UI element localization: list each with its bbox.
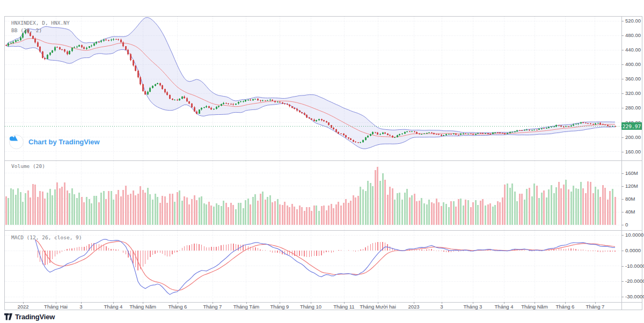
macd-axis-label: 0.0000 bbox=[625, 248, 641, 253]
price-axis-label: 480.00 bbox=[625, 33, 641, 38]
time-axis-label: Tháng Hai bbox=[44, 304, 68, 310]
time-axis-label: Tháng 9 bbox=[270, 304, 289, 310]
macd-axis-label: 10.0000 bbox=[625, 232, 643, 238]
price-axis-tick bbox=[621, 35, 624, 36]
time-axis-label: Tháng 11 bbox=[333, 304, 354, 310]
volume-axis-tick bbox=[621, 225, 624, 225]
price-axis-tick bbox=[621, 108, 624, 108]
macd-axis-tick bbox=[621, 266, 624, 267]
macd-axis-tick bbox=[621, 281, 624, 282]
time-axis-label: Tháng Tám bbox=[233, 304, 259, 310]
volume-axis-tick bbox=[621, 212, 624, 212]
time-axis-tick bbox=[442, 302, 442, 304]
footer-bar: TradingView bbox=[0, 310, 644, 323]
price-axis-label: 280.00 bbox=[625, 105, 641, 111]
time-axis-label: Tháng 4 bbox=[104, 304, 123, 310]
price-axis-tick bbox=[621, 137, 624, 138]
price-axis-label: 360.00 bbox=[625, 76, 641, 82]
time-axis-tick bbox=[23, 302, 24, 304]
time-axis-tick bbox=[595, 302, 596, 304]
time-axis-label: Tháng 7 bbox=[203, 304, 222, 310]
volume-axis-label: 40M bbox=[625, 209, 635, 215]
time-axis-label: Tháng 7 bbox=[586, 304, 605, 310]
time-axis-tick bbox=[113, 302, 114, 304]
time-axis-tick bbox=[178, 302, 178, 304]
tradingview-published-chart: Published on TradingView.com, July 13, 2… bbox=[0, 0, 644, 323]
price-axis-tick bbox=[621, 64, 624, 65]
time-axis-tick bbox=[535, 302, 535, 304]
time-axis-label: Tháng 6 bbox=[169, 304, 187, 310]
time-axis-label: 2022 bbox=[17, 304, 28, 310]
price-axis-tick bbox=[621, 50, 624, 50]
macd-axis-label: -20.0000 bbox=[625, 278, 644, 284]
time-axis-tick bbox=[143, 302, 143, 304]
time-axis-label: 2023 bbox=[408, 304, 419, 310]
price-axis-label: 400.00 bbox=[625, 62, 641, 67]
price-axis-label: 160.00 bbox=[625, 149, 641, 155]
volume-indicator-legend[interactable]: Volume (20) bbox=[11, 163, 45, 169]
tradingview-cloud-icon bbox=[9, 135, 24, 149]
time-axis-label: Tháng Mười hai bbox=[360, 304, 396, 310]
time-axis-tick bbox=[344, 302, 345, 304]
time-axis-label: Tháng 4 bbox=[495, 304, 514, 310]
price-axis-label: 520.00 bbox=[625, 18, 641, 24]
last-price-label: 229.97 bbox=[621, 122, 642, 130]
macd-axis-label: -30.0000 bbox=[625, 294, 644, 299]
chart-canvas[interactable] bbox=[5, 17, 642, 310]
tradingview-logo-icon bbox=[4, 313, 12, 320]
time-axis-tick bbox=[81, 302, 82, 304]
time-axis-tick bbox=[414, 302, 414, 304]
time-axis-label: 3 bbox=[440, 304, 443, 310]
symbol-legend[interactable]: HNXINDEX, D, HNX.NY bbox=[11, 20, 70, 26]
footer-brand: TradingView bbox=[15, 313, 55, 321]
price-axis-tick bbox=[621, 79, 624, 79]
time-axis-label: Tháng Năm bbox=[129, 304, 156, 310]
time-axis-tick bbox=[378, 302, 378, 304]
volume-axis-tick bbox=[621, 186, 624, 187]
time-axis-tick bbox=[504, 302, 504, 304]
volume-axis-tick bbox=[621, 173, 624, 174]
time-axis-tick bbox=[311, 302, 311, 304]
volume-axis-tick bbox=[621, 199, 624, 200]
macd-axis-label: -10.0000 bbox=[625, 263, 644, 269]
time-axis-tick bbox=[280, 302, 280, 304]
time-axis-tick bbox=[246, 302, 247, 304]
time-axis-tick bbox=[473, 302, 473, 304]
tradingview-watermark[interactable]: Chart by TradingView bbox=[9, 135, 100, 149]
macd-axis-tick bbox=[621, 235, 624, 236]
chart-frame[interactable]: HNXINDEX, D, HNX.NY BB (20, 2) Volume (2… bbox=[4, 16, 642, 310]
volume-axis-label: 80M bbox=[625, 196, 635, 202]
time-axis-label: Tháng 6 bbox=[556, 304, 575, 310]
macd-axis-tick bbox=[621, 251, 624, 251]
time-axis-tick bbox=[213, 302, 213, 304]
time-axis-label: 3 bbox=[79, 304, 82, 310]
volume-axis-label: 120M bbox=[625, 183, 638, 189]
macd-axis-tick bbox=[621, 297, 624, 297]
time-axis-tick bbox=[56, 302, 56, 304]
time-axis-label: Tháng Năm bbox=[521, 304, 548, 310]
volume-axis-label: 0 bbox=[625, 222, 628, 227]
price-axis-tick bbox=[621, 21, 624, 21]
bb-indicator-legend[interactable]: BB (20, 2) bbox=[11, 27, 42, 33]
macd-indicator-legend[interactable]: MACD (12, 26, close, 9) bbox=[11, 234, 82, 240]
time-axis-tick bbox=[565, 302, 566, 304]
time-axis-label: Tháng 3 bbox=[464, 304, 482, 310]
price-axis-tick bbox=[621, 93, 624, 94]
price-axis-tick bbox=[621, 152, 624, 152]
volume-axis-label: 160M bbox=[625, 171, 638, 176]
price-axis-label: 440.00 bbox=[625, 47, 641, 53]
price-axis-label: 320.00 bbox=[625, 91, 641, 96]
watermark-label: Chart by TradingView bbox=[28, 138, 100, 146]
time-axis-label: Tháng 10 bbox=[300, 304, 321, 310]
price-axis-label: 200.00 bbox=[625, 135, 641, 140]
